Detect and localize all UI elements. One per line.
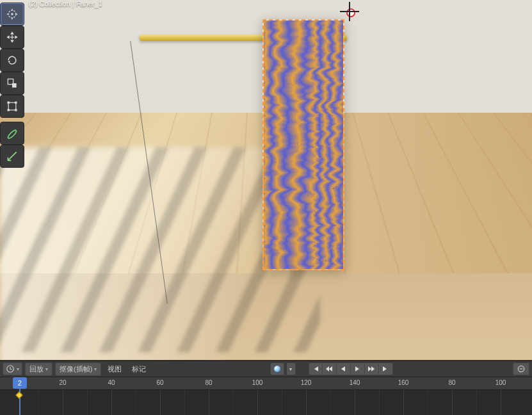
breadcrumb: (2) Collection | Faner_1: [29, 0, 102, 9]
jump-end-button[interactable]: [379, 362, 393, 375]
ruler-gridline-minor: [184, 390, 185, 415]
ruler-gridline: [111, 390, 112, 415]
chevron-down-icon: ▾: [17, 366, 19, 372]
ruler-gridline: [160, 390, 161, 415]
autokey-dropdown[interactable]: ▾: [287, 362, 296, 375]
svg-rect-7: [15, 102, 17, 104]
svg-rect-6: [8, 102, 10, 104]
svg-rect-0: [264, 20, 343, 269]
ruler-gridline-minor: [87, 390, 88, 415]
marker-menu[interactable]: 标记: [128, 363, 150, 375]
ruler-gridline-minor: [476, 390, 477, 415]
jump-start-button[interactable]: [309, 362, 323, 375]
transport-controls: [309, 362, 393, 375]
scale-icon: [6, 77, 19, 90]
autokey-button[interactable]: [270, 362, 284, 375]
svg-rect-5: [8, 102, 16, 110]
transform-tool[interactable]: [0, 95, 24, 118]
ruler-gridline: [63, 390, 63, 415]
timeline-ruler[interactable]: 2040608010012014016080100: [0, 377, 532, 390]
ruler-tick: 40: [108, 379, 115, 386]
rotate-icon: [6, 54, 19, 67]
transform-icon: [6, 100, 19, 113]
ruler-tick: 140: [350, 379, 360, 386]
cursor-icon: [6, 8, 19, 20]
measure-icon: [6, 150, 19, 163]
playback-label: 回放: [29, 364, 44, 374]
ruler-tick: 100: [252, 379, 263, 386]
keying-menu[interactable]: 抠像(插帧) ▾: [55, 362, 101, 376]
cursor-tool[interactable]: [0, 3, 24, 26]
ruler-gridline: [257, 390, 258, 415]
ruler-gridline: [403, 390, 404, 415]
banner-texture: [264, 20, 343, 269]
scale-tool[interactable]: [0, 72, 24, 95]
playhead-frame[interactable]: 2: [13, 377, 27, 389]
playback-menu[interactable]: 回放 ▾: [25, 362, 52, 376]
ruler-gridline-minor: [136, 390, 136, 415]
keying-label: 抠像(插帧): [60, 364, 92, 374]
prev-keyframe-button[interactable]: [323, 362, 337, 375]
viewport-3d[interactable]: (2) Collection | Faner_1: [0, 0, 532, 360]
ruler-gridline-minor: [379, 390, 380, 415]
jump-start-icon: [312, 365, 319, 373]
ruler-gridline-minor: [330, 390, 331, 415]
svg-rect-4: [12, 83, 17, 88]
ruler-gridline: [355, 390, 355, 415]
banner-cloth[interactable]: [262, 19, 344, 270]
play-icon: [353, 365, 361, 373]
ruler-tick: 160: [398, 379, 409, 386]
rotate-tool[interactable]: [0, 49, 24, 72]
next-keyframe-button[interactable]: [365, 362, 379, 375]
lock-range-button[interactable]: [513, 362, 529, 375]
chevron-down-icon: ▾: [45, 366, 48, 372]
timeline[interactable]: 2040608010012014016080100 2: [0, 377, 532, 415]
ruler-tick: 120: [301, 379, 312, 386]
move-tool[interactable]: [0, 26, 24, 49]
annotate-tool[interactable]: [0, 122, 24, 145]
ruler-gridline-minor: [282, 390, 282, 415]
svg-rect-8: [8, 109, 10, 111]
ruler-gridline: [501, 390, 501, 415]
svg-rect-9: [15, 109, 17, 111]
clock-icon: [6, 364, 15, 373]
ruler-tick: 80: [205, 379, 212, 386]
ruler-tick: 100: [496, 379, 506, 386]
play-button[interactable]: [351, 362, 365, 375]
ruler-gridline-minor: [233, 390, 234, 415]
timeline-header: ▾ 回放 ▾ 抠像(插帧) ▾ 视图 标记 ▾: [0, 361, 532, 377]
ruler-gridline-minor: [38, 390, 39, 415]
annotate-icon: [6, 127, 19, 140]
prev-keyframe-icon: [325, 365, 333, 373]
ruler-gridline-minor: [428, 390, 428, 415]
play-reverse-icon: [339, 365, 347, 373]
ruler-tick: 80: [448, 379, 455, 386]
ruler-tick: 60: [156, 379, 163, 386]
play-reverse-button[interactable]: [337, 362, 351, 375]
jump-end-icon: [382, 365, 389, 373]
chevron-down-icon: ▾: [94, 366, 97, 372]
ruler-tick: 20: [59, 379, 66, 386]
ruler-gridline: [306, 390, 307, 415]
ruler-gridline: [452, 390, 453, 415]
move-icon: [6, 31, 19, 44]
ruler-gridline: [209, 390, 209, 415]
next-keyframe-icon: [367, 365, 375, 373]
svg-point-2: [11, 13, 13, 15]
measure-tool[interactable]: [0, 145, 24, 168]
editor-type-button[interactable]: ▾: [3, 362, 22, 375]
record-icon: [274, 366, 280, 372]
keyframe-marker[interactable]: [15, 391, 22, 398]
tool-shelf: [0, 3, 26, 168]
camera-range-icon: [516, 364, 526, 373]
chevron-down-icon: ▾: [289, 366, 292, 372]
view-menu[interactable]: 视图: [104, 363, 125, 375]
